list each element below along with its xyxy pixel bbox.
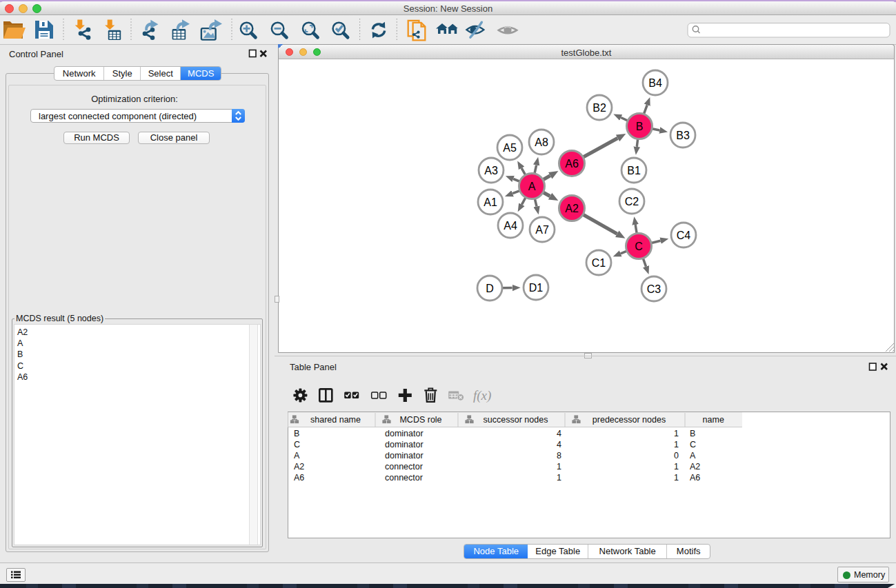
svg-text:A: A [294,451,300,460]
svg-text:dominator: dominator [385,429,424,438]
svg-text:C: C [294,440,300,449]
svg-text:1: 1 [674,462,679,472]
svg-text:1: 1 [674,440,679,449]
svg-text:4: 4 [557,440,561,449]
svg-text:4: 4 [557,429,561,438]
svg-text:name: name [703,415,724,425]
svg-text:MCDS role: MCDS role [399,415,441,425]
svg-text:1: 1 [557,473,561,483]
svg-text:B: B [690,429,695,438]
svg-text:dominator: dominator [385,440,424,449]
svg-text:successor nodes: successor nodes [484,415,548,425]
svg-text:connector: connector [385,462,423,472]
svg-text:A2: A2 [294,462,304,472]
svg-text:A6: A6 [294,473,304,483]
svg-text:A: A [690,451,696,460]
svg-text:1: 1 [674,473,679,483]
svg-text:dominator: dominator [385,451,424,460]
svg-text:8: 8 [557,451,561,460]
svg-text:1: 1 [557,462,561,472]
svg-text:A2: A2 [690,462,700,472]
svg-text:1: 1 [674,429,679,438]
svg-text:A6: A6 [690,473,700,483]
svg-text:connector: connector [385,473,423,483]
svg-text:shared name: shared name [310,415,361,425]
svg-text:predecessor nodes: predecessor nodes [593,415,666,425]
svg-text:B: B [294,429,299,438]
svg-text:C: C [690,440,696,449]
svg-text:f(x): f(x) [473,388,491,403]
svg-text:0: 0 [674,451,679,460]
